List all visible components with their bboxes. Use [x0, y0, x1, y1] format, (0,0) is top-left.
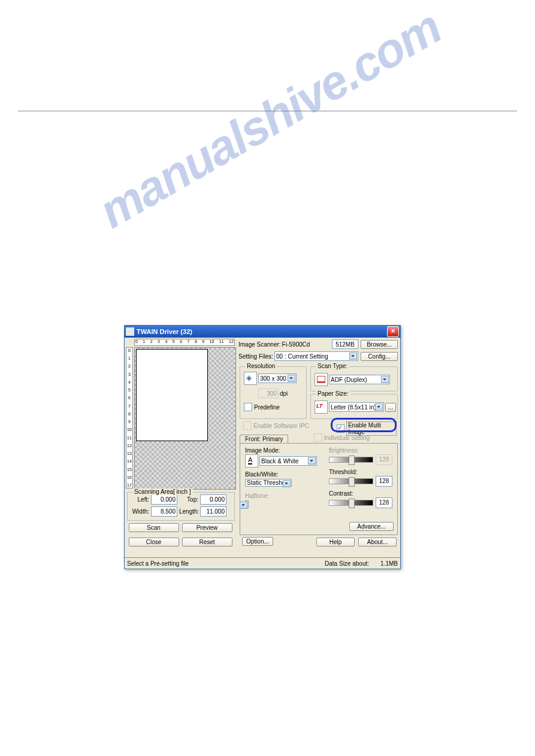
- preview-page: [136, 349, 208, 441]
- left-input[interactable]: 0.000: [151, 494, 177, 505]
- close-icon[interactable]: ×: [387, 326, 399, 337]
- black-white-label: Black/White:: [245, 471, 279, 478]
- data-size-label: Data Size about:: [325, 560, 369, 567]
- browse-button[interactable]: Browse...: [361, 340, 398, 349]
- statusbar-message: Select a Pre-setting file: [127, 560, 325, 567]
- memory-value: 512MB: [332, 339, 358, 349]
- image-scanner-label: Image Scanner:: [238, 341, 281, 348]
- image-mode-combo[interactable]: Black & White: [259, 456, 317, 466]
- config-button[interactable]: Config...: [361, 352, 398, 361]
- image-scanner-value: Fi-5900Cd: [282, 341, 331, 348]
- help-button[interactable]: Help: [316, 538, 355, 546]
- window-title: TWAIN Driver (32): [137, 328, 387, 335]
- option-button[interactable]: Option...: [242, 537, 273, 546]
- paper-size-icon: [315, 400, 328, 414]
- individual-setting-row: Individual Setting: [314, 433, 371, 442]
- setting-files-label: Setting Files:: [238, 353, 273, 360]
- paper-size-combo[interactable]: Letter (8.5x11 in): [329, 402, 384, 412]
- enable-software-ipc-checkbox: [243, 421, 252, 430]
- ruler-vertical: 01234567891011121314151617: [126, 347, 133, 488]
- scan-type-label: Scan Type:: [316, 363, 349, 369]
- watermark-text: manualshive.com: [90, 0, 450, 239]
- width-label: Width:: [130, 508, 149, 515]
- paper-size-more-button[interactable]: ...: [385, 403, 396, 412]
- titlebar[interactable]: TWAIN Driver (32) ×: [125, 326, 400, 338]
- individual-setting-label: Individual Setting: [324, 435, 370, 441]
- dpi-label: dpi: [280, 390, 288, 397]
- preview-canvas[interactable]: [134, 347, 236, 490]
- brightness-value: 128: [376, 454, 392, 465]
- halftone-label: Halftone:: [245, 493, 269, 499]
- resolution-group: Resolution 300 x 300 300 dpi Predefine: [240, 366, 307, 419]
- left-label: Left:: [130, 496, 149, 503]
- data-size-value: 1.1MB: [369, 560, 398, 567]
- preview-button[interactable]: Preview: [182, 523, 232, 532]
- image-mode-icon: [245, 454, 258, 467]
- resolution-custom-input: 300: [258, 388, 279, 398]
- statusbar: Select a Pre-setting file Data Size abou…: [125, 557, 400, 569]
- scanner-info-row: Image Scanner: Fi-5900Cd 512MB Browse...: [238, 339, 398, 350]
- scan-type-group: Scan Type: ADF (Duplex): [310, 366, 398, 391]
- ruler-horizontal: 0123456789101112: [134, 339, 235, 346]
- length-input[interactable]: 11.000: [200, 506, 226, 517]
- resolution-label: Resolution: [245, 363, 277, 369]
- predefine-checkbox[interactable]: [244, 403, 252, 411]
- scanning-area-group: Scanning Area[ inch ] Left: 0.000 Top: 0…: [127, 492, 235, 521]
- scanning-area-label: Scanning Area[ inch ]: [132, 488, 193, 495]
- threshold-label: Threshold:: [329, 469, 357, 475]
- adf-icon: [315, 373, 328, 386]
- predefine-label: Predefine: [254, 404, 280, 411]
- paper-size-group: Paper Size: Letter (8.5x11 in) ...: [310, 394, 398, 419]
- setting-files-combo[interactable]: 00 : Current Setting: [274, 351, 358, 361]
- brightness-label: Brightness:: [329, 447, 359, 454]
- about-button[interactable]: About...: [358, 538, 397, 546]
- app-icon: [126, 327, 134, 336]
- page-divider: [18, 111, 517, 111]
- image-mode-label: Image Mode:: [245, 447, 280, 454]
- enable-software-ipc-row: Enable Software IPC: [243, 421, 310, 430]
- enable-multi-image-checkbox[interactable]: [337, 424, 344, 433]
- scan-type-combo[interactable]: ADF (Duplex): [329, 375, 390, 384]
- individual-setting-checkbox: [314, 433, 322, 442]
- black-white-combo[interactable]: Static Threshold: [245, 479, 292, 487]
- reset-button[interactable]: Reset: [182, 538, 232, 546]
- width-input[interactable]: 8.500: [151, 506, 177, 517]
- tab-front-primary[interactable]: Front: Primary: [240, 435, 288, 443]
- top-label: Top:: [179, 496, 198, 503]
- twain-driver-window: TWAIN Driver (32) × 0123456789101112 012…: [124, 325, 401, 569]
- top-input[interactable]: 0.000: [200, 494, 226, 505]
- contrast-label: Contrast:: [329, 490, 353, 497]
- brightness-slider: [329, 457, 373, 463]
- scan-button[interactable]: Scan: [129, 523, 179, 532]
- image-settings-panel: Image Mode: Black & White Black/White: S…: [240, 443, 398, 535]
- contrast-slider[interactable]: [329, 500, 373, 506]
- paper-size-label: Paper Size:: [316, 390, 350, 397]
- threshold-value[interactable]: 128: [376, 476, 392, 487]
- resolution-icon: [244, 372, 257, 385]
- setting-files-row: Setting Files: 00 : Current Setting Conf…: [238, 351, 398, 362]
- halftone-combo: [245, 500, 249, 508]
- threshold-slider[interactable]: [329, 478, 373, 484]
- contrast-value[interactable]: 128: [376, 497, 392, 508]
- advance-button[interactable]: Advance...: [349, 522, 394, 531]
- close-button[interactable]: Close: [129, 538, 179, 546]
- tab-strip: Front: Primary: [240, 432, 289, 443]
- length-label: Length:: [179, 508, 198, 515]
- enable-software-ipc-label: Enable Software IPC: [253, 423, 309, 429]
- resolution-combo[interactable]: 300 x 300: [258, 374, 297, 383]
